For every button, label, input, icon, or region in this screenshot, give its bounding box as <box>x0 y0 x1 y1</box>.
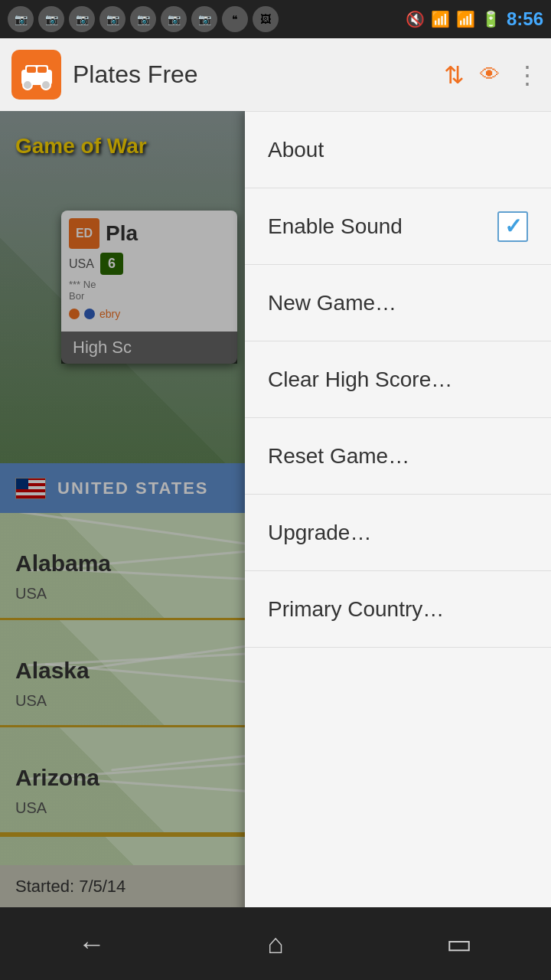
nav-bar: ← ⌂ ▭ <box>0 907 551 980</box>
dropdown-overlay: AboutEnable Sound✓New Game…Clear High Sc… <box>0 111 551 980</box>
menu-item-primary-country-[interactable]: Primary Country… <box>245 571 551 648</box>
battery-icon: 🔋 <box>481 10 500 28</box>
image-icon: 🖼 <box>253 6 279 32</box>
home-button[interactable]: ⌂ <box>237 917 314 971</box>
svg-rect-3 <box>37 67 47 73</box>
menu-item-clear-high-score-[interactable]: Clear High Score… <box>245 341 551 418</box>
menu-item-upgrade-[interactable]: Upgrade… <box>245 495 551 571</box>
camera-icon-3: 📷 <box>69 6 95 32</box>
status-right: 🔇 📶 📶 🔋 8:56 <box>406 8 543 30</box>
menu-item-label-0: About <box>268 138 324 162</box>
menu-item-reset-game-[interactable]: Reset Game… <box>245 418 551 495</box>
menu-item-label-4: Reset Game… <box>268 444 409 469</box>
camera-icon-1: 📷 <box>8 6 34 32</box>
checkmark-icon: ✓ <box>504 214 522 239</box>
camera-icon-6: 📷 <box>161 6 187 32</box>
signal-icon: 📶 <box>456 10 475 28</box>
camera-icon-5: 📷 <box>130 6 156 32</box>
status-icons: 📷 📷 📷 📷 📷 📷 📷 ❝ 🖼 <box>8 6 279 32</box>
menu-item-new-game-[interactable]: New Game… <box>245 265 551 341</box>
eye-button[interactable]: 👁 <box>480 63 500 87</box>
menu-item-label-2: New Game… <box>268 291 396 315</box>
quote-icon: ❝ <box>222 6 248 32</box>
back-button[interactable]: ← <box>54 917 130 971</box>
menu-item-about[interactable]: About <box>245 112 551 188</box>
more-button[interactable]: ⋮ <box>515 60 540 90</box>
menu-item-label-5: Upgrade… <box>268 521 371 545</box>
mute-icon: 🔇 <box>406 10 425 28</box>
status-bar: 📷 📷 📷 📷 📷 📷 📷 ❝ 🖼 🔇 📶 📶 🔋 8:56 <box>0 0 551 38</box>
svg-point-4 <box>23 80 32 90</box>
toolbar-actions: ⇅ 👁 ⋮ <box>444 60 540 90</box>
svg-point-5 <box>41 80 51 90</box>
camera-icon-4: 📷 <box>99 6 126 32</box>
app-icon <box>11 50 61 100</box>
menu-item-label-1: Enable Sound <box>268 214 403 239</box>
svg-rect-2 <box>27 67 36 73</box>
dropdown-dimmer[interactable] <box>0 111 245 980</box>
camera-icon-7: 📷 <box>191 6 217 32</box>
sort-button[interactable]: ⇅ <box>444 60 465 90</box>
camera-icon-2: 📷 <box>38 6 64 32</box>
car-icon <box>18 56 56 94</box>
menu-item-label-3: Clear High Score… <box>268 368 452 392</box>
app-title: Plates Free <box>73 60 444 89</box>
recents-button[interactable]: ▭ <box>421 917 497 971</box>
toolbar: Plates Free ⇅ 👁 ⋮ <box>0 38 551 111</box>
dropdown-menu: AboutEnable Sound✓New Game…Clear High Sc… <box>245 111 551 980</box>
menu-item-checkbox-1[interactable]: ✓ <box>497 211 528 242</box>
menu-item-enable-sound[interactable]: Enable Sound✓ <box>245 188 551 265</box>
wifi-icon: 📶 <box>431 10 450 28</box>
status-time: 8:56 <box>507 8 543 30</box>
menu-item-label-6: Primary Country… <box>268 597 444 622</box>
